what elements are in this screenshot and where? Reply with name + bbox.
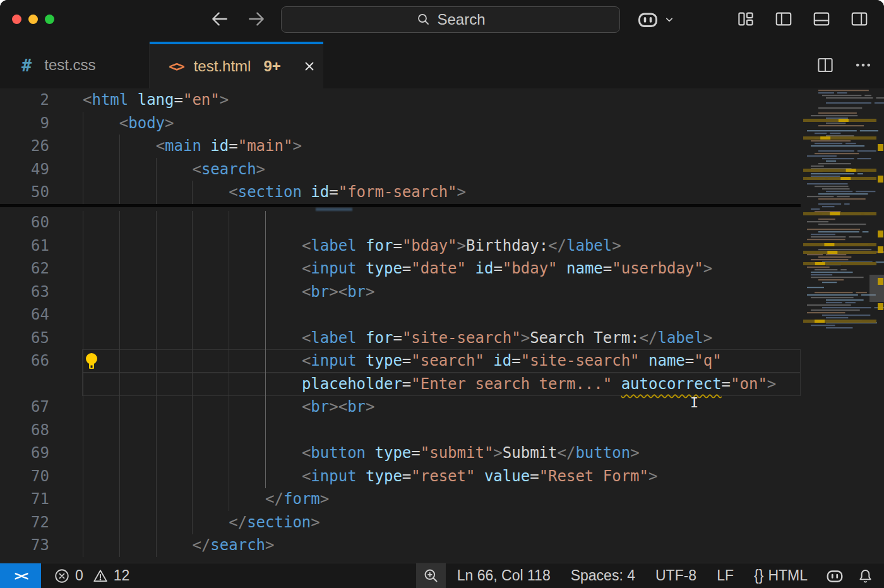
- eol-status[interactable]: LF: [710, 563, 740, 588]
- line-number[interactable]: 72: [0, 511, 49, 534]
- title-bar: Search: [0, 0, 884, 42]
- toggle-primary-sidebar-button[interactable]: [773, 8, 794, 30]
- code-line[interactable]: 72</section>: [0, 511, 801, 534]
- line-number[interactable]: 65: [0, 327, 49, 350]
- sticky-line[interactable]: 50<section id="form-search">: [0, 181, 801, 204]
- indent-guide: [192, 419, 193, 442]
- code-text: placeholder="Enter search term..." autoc…: [83, 373, 776, 396]
- problems-status[interactable]: 0 12: [47, 563, 136, 588]
- customize-layout-button[interactable]: [735, 8, 756, 30]
- language-mode-status[interactable]: {} HTML: [748, 563, 814, 588]
- code-line[interactable]: 61<label for="bday">Birthday:</label>: [0, 234, 801, 258]
- error-count: 0: [75, 567, 83, 584]
- css-file-icon: #: [21, 56, 32, 75]
- zoom-window-button[interactable]: [45, 15, 54, 24]
- line-number[interactable]: 70: [0, 465, 49, 488]
- window-zoom-status[interactable]: [416, 563, 446, 588]
- line-number[interactable]: 67: [0, 395, 49, 419]
- line-number[interactable]: 73: [0, 534, 49, 557]
- code-line[interactable]: 62<input type="date" id="bday" name="use…: [0, 257, 801, 280]
- notifications-bell[interactable]: [851, 563, 880, 588]
- code-line[interactable]: 63<br><br>: [0, 280, 801, 304]
- cursor-position-status[interactable]: Ln 66, Col 118: [451, 563, 557, 588]
- mouse-ibeam-cursor: I: [690, 395, 698, 411]
- close-icon: [302, 59, 316, 73]
- remote-icon: ><: [15, 568, 27, 584]
- indent-guide: [119, 303, 120, 327]
- indent-guide: [192, 211, 193, 234]
- minimize-window-button[interactable]: [28, 15, 38, 24]
- code-line[interactable]: placeholder="Enter search term..." autoc…: [0, 373, 801, 396]
- code-line[interactable]: 68: [0, 419, 801, 442]
- remote-indicator[interactable]: ><: [0, 563, 41, 588]
- indent-guide: [229, 211, 229, 234]
- toggle-secondary-sidebar-button[interactable]: [849, 8, 870, 30]
- code-text: <input type="search" id="site-search" na…: [83, 349, 722, 373]
- status-bar: >< 0 12 Ln 66,: [0, 563, 884, 588]
- ellipsis-icon: [854, 56, 873, 75]
- line-number[interactable]: 63: [0, 280, 49, 304]
- line-number[interactable]: 26: [0, 135, 49, 158]
- sticky-line[interactable]: 2<html lang="en">: [0, 88, 801, 112]
- line-number[interactable]: 9: [0, 112, 49, 135]
- go-forward-button[interactable]: [245, 8, 268, 30]
- sidebar-right-icon: [850, 9, 869, 28]
- line-number[interactable]: 50: [0, 181, 49, 204]
- code-line[interactable]: 69<button type="submit">Submit</button>: [0, 441, 801, 465]
- code-line[interactable]: 67<br><br>: [0, 395, 801, 419]
- code-text: <search>: [83, 158, 265, 181]
- line-number[interactable]: 49: [0, 158, 49, 181]
- close-window-button[interactable]: [12, 15, 21, 24]
- sticky-line[interactable]: 9<body>: [0, 112, 801, 135]
- line-number[interactable]: 60: [0, 211, 49, 234]
- chevron-down-icon: [663, 13, 676, 26]
- overview-ruler-warning-mark: [878, 144, 883, 151]
- tab-test-css[interactable]: # test.css: [0, 42, 150, 88]
- code-editor[interactable]: 2<html lang="en">9<body>26<main id="main…: [0, 88, 884, 563]
- code-text: <main id="main">: [83, 135, 302, 158]
- indent-guide: [265, 303, 266, 327]
- code-line[interactable]: 71</form>: [0, 488, 801, 511]
- line-number[interactable]: 66: [0, 349, 49, 373]
- customize-layout-icon: [736, 9, 755, 28]
- code-line[interactable]: 64: [0, 303, 801, 327]
- command-center-search[interactable]: Search: [281, 6, 620, 33]
- error-icon: [54, 568, 70, 584]
- split-editor-button[interactable]: [815, 54, 836, 76]
- copilot-status[interactable]: [819, 563, 851, 588]
- code-line[interactable]: 66<input type="search" id="site-search" …: [0, 349, 801, 373]
- code-text: </form>: [83, 488, 329, 511]
- indent-guide: [83, 211, 83, 234]
- sticky-line[interactable]: 26<main id="main">: [0, 135, 801, 158]
- sticky-line[interactable]: 49<search>: [0, 158, 801, 181]
- encoding-status[interactable]: UTF-8: [649, 563, 703, 588]
- code-line[interactable]: 65<label for="site-search">Search Term:<…: [0, 327, 801, 350]
- line-number[interactable]: 61: [0, 234, 49, 258]
- toggle-panel-button[interactable]: [811, 8, 832, 30]
- quick-fix-lightbulb[interactable]: [84, 352, 99, 372]
- go-back-button[interactable]: [208, 8, 231, 30]
- line-number[interactable]: 62: [0, 257, 49, 280]
- code-line[interactable]: 70<input type="reset" value="Reset Form"…: [0, 465, 801, 488]
- more-actions-button[interactable]: [852, 54, 874, 76]
- line-number[interactable]: 68: [0, 419, 49, 442]
- code-text: <br><br>: [83, 395, 375, 419]
- arrow-left-icon: [210, 9, 230, 29]
- tab-test-html[interactable]: <> test.html 9+: [150, 42, 323, 88]
- code-line[interactable]: 60: [0, 211, 801, 234]
- line-number[interactable]: 64: [0, 303, 49, 327]
- copilot-menu[interactable]: [636, 8, 676, 31]
- line-number[interactable]: 2: [0, 88, 49, 112]
- code-line[interactable]: 73</search>: [0, 534, 801, 557]
- line-number[interactable]: 71: [0, 488, 49, 511]
- indent-guide: [265, 419, 266, 442]
- indentation-status[interactable]: Spaces: 4: [564, 563, 642, 588]
- minimap[interactable]: [803, 88, 884, 563]
- line-number[interactable]: 69: [0, 441, 49, 465]
- code-text: </section>: [83, 511, 320, 534]
- code-text: <section id="form-search">: [83, 181, 466, 204]
- close-tab-button[interactable]: [300, 57, 319, 76]
- arrow-right-icon: [246, 9, 266, 29]
- bell-icon: [857, 567, 874, 584]
- code-text: <button type="submit">Submit</button>: [83, 441, 640, 465]
